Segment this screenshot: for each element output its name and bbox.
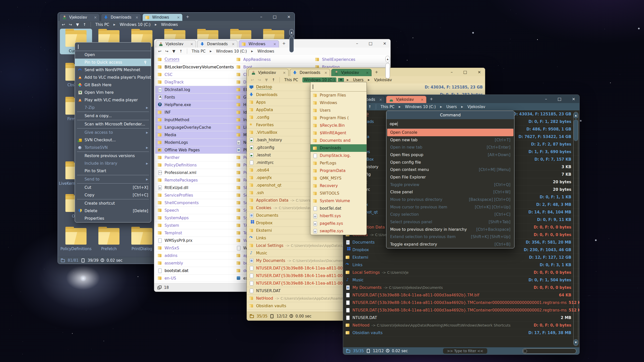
breadcrumb-segment[interactable]: This PC xyxy=(94,22,111,27)
palette-item-move-to-previous-directory-in-hierarchy[interactable]: Move to previous directory in hierarchy[… xyxy=(387,226,513,233)
maximize-button[interactable]: □ xyxy=(463,70,467,74)
scroll-up-button[interactable]: ▲ xyxy=(385,56,390,62)
palette-item-extend-selection-to-previous-item[interactable]: Extend selection to previous item[Shift+… xyxy=(387,233,513,241)
file-row[interactable]: Fonts xyxy=(155,94,234,101)
menu-item-scan-with-microsoft-defender-[interactable]: Scan with Microsoft Defender... xyxy=(75,120,151,128)
file-row[interactable]: DtcInstall.log xyxy=(155,86,234,94)
up-button[interactable]: ↑ xyxy=(367,105,373,109)
back-button[interactable]: ↩ xyxy=(249,78,255,82)
file-row[interactable]: EksterniD: 12, F: 127, 12 GB xyxy=(343,254,579,261)
back-button[interactable]: ↩ xyxy=(157,49,163,54)
file-row[interactable]: RtlExUpd.dll xyxy=(155,184,234,192)
file-row[interactable]: LanguageOverlayCache xyxy=(155,124,234,131)
file-row[interactable]: TempInst xyxy=(155,229,234,237)
file-row[interactable]: System Volume xyxy=(310,197,367,205)
file-row[interactable]: assembly xyxy=(155,259,234,267)
file-row[interactable]: Local Settings-> C:\Users\VjeD: 0, F: 0,… xyxy=(343,269,579,276)
tab-downloads[interactable]: Downloads× xyxy=(101,14,141,21)
palette-item-copy-selection[interactable]: Copy selection[Ctrl+C] xyxy=(387,211,513,218)
close-button[interactable]: × xyxy=(383,41,386,46)
forward-button[interactable]: ↪ xyxy=(164,49,170,54)
minimize-button[interactable]: – xyxy=(451,70,453,74)
file-row[interactable]: Professional.xml xyxy=(155,169,234,176)
menu-item-play-with-vlc-media-player[interactable]: Play with VLC media player xyxy=(75,96,151,104)
breadcrumb-segment[interactable]: Windows 10 (C:) xyxy=(404,104,437,109)
menu-item-copy[interactable]: Copy[Ctrl+C] xyxy=(75,191,151,199)
tab-vjekoslav[interactable]: Vjekoslav× xyxy=(248,69,289,76)
file-row[interactable]: ServiceProfiles xyxy=(155,192,234,199)
file-row[interactable]: BitLockerDiscoveryVolumeContents xyxy=(155,63,234,71)
menu-item-send-a-copy-[interactable]: Send a copy... xyxy=(75,112,151,120)
tab-close-icon[interactable]: × xyxy=(379,98,382,102)
file-row[interactable]: LinksD: 0, F: 3, 1 KB xyxy=(343,261,579,269)
file-row[interactable]: Users xyxy=(310,107,367,114)
breadcrumb-segment[interactable]: Users xyxy=(445,104,458,109)
file-row[interactable]: Program Files ( xyxy=(310,114,367,122)
palette-item-select-previous-panel[interactable]: Select previous panel[Shift+Tab] xyxy=(387,218,513,226)
file-row[interactable]: bootTel.dat xyxy=(310,205,367,212)
scroll-thumb[interactable] xyxy=(289,36,294,53)
file-row[interactable]: addins xyxy=(155,252,234,259)
menu-item-svn-checkout-[interactable]: SVN Checkout... xyxy=(75,136,151,144)
minimize-button[interactable]: – xyxy=(260,14,262,19)
grid-item-policydefinitions[interactable]: PolicyDefinitions xyxy=(60,227,92,252)
grid-item-printdialog[interactable]: PrintDialog xyxy=(126,227,158,252)
menu-item-create-shortcut[interactable]: Create shortcut xyxy=(75,200,151,207)
up-button[interactable]: ↑ xyxy=(82,22,88,27)
file-row[interactable]: InputMethod xyxy=(155,116,234,124)
grid-item-prefetch[interactable]: Prefetch xyxy=(93,227,125,252)
file-row[interactable]: hiberfil.sys xyxy=(310,212,367,220)
palette-item-move-cursor-to-previous-item[interactable]: Move cursor to previous item[Ctrl+K] [Ct… xyxy=(387,203,513,211)
menu-item-open-vim-here[interactable]: Open Vim here xyxy=(75,89,151,96)
new-tab-button[interactable]: + xyxy=(375,70,378,74)
tab-windows[interactable]: Windows× xyxy=(142,14,183,21)
menu-item-send-to[interactable]: Send to▶ xyxy=(75,175,151,183)
file-row[interactable]: SystemApps xyxy=(155,214,234,222)
menu-item-pin-to-quick-access[interactable]: Pin to Quick access xyxy=(75,59,151,66)
file-row[interactable]: WMSysPr9.prx xyxy=(155,237,234,244)
tab-windows[interactable]: Windows× xyxy=(239,40,279,48)
maximize-button[interactable]: □ xyxy=(273,14,276,19)
new-tab-button[interactable]: + xyxy=(186,14,189,19)
maximize-button[interactable]: □ xyxy=(369,41,372,46)
back-button[interactable]: ↩ xyxy=(60,22,66,27)
tab-downloads[interactable]: Downloads× xyxy=(197,40,237,48)
breadcrumb-dropdown-button[interactable]: ▼ xyxy=(338,78,344,82)
forward-button[interactable]: ↪ xyxy=(67,22,73,27)
breadcrumb-segment[interactable]: Vjekoslav xyxy=(373,77,393,82)
file-row[interactable]: Speech xyxy=(155,207,234,214)
file-row[interactable]: Program Files xyxy=(310,92,367,99)
palette-item-toggle-expand-directory[interactable]: Toggle expand directory[Ctrl+B] xyxy=(387,241,513,248)
breadcrumb-segment[interactable]: This PC xyxy=(190,49,207,54)
tab-close-icon[interactable]: × xyxy=(232,42,235,46)
close-button[interactable]: × xyxy=(478,70,481,74)
breadcrumb-segment[interactable]: Windows 10 (C:) xyxy=(118,22,152,27)
tab-downloads[interactable]: Downloads× xyxy=(290,69,330,76)
file-row[interactable]: en-US xyxy=(155,275,234,282)
file-row[interactable]: PolicyDefinitions xyxy=(155,161,234,169)
tab-vjekoslav[interactable]: Vjekoslav× xyxy=(331,69,372,76)
file-row[interactable]: System xyxy=(155,222,234,229)
file-row[interactable]: NTUSER.DAT{53b39e88-18c4-11ea-a811-000d3… xyxy=(343,299,579,306)
history-button[interactable]: ▼ xyxy=(171,49,177,54)
scroll-up-button[interactable]: ▲ xyxy=(574,112,578,119)
type-to-filter-hint[interactable]: >> Type to filter << xyxy=(443,348,487,354)
tab-vjekoslav[interactable]: Vjekoslav× xyxy=(156,40,196,48)
scroll-thumb[interactable] xyxy=(385,63,390,79)
history-button[interactable]: ▼ xyxy=(74,22,80,27)
palette-item-move-to-previous-directory[interactable]: Move to previous directory[Backspace] [C… xyxy=(387,196,513,203)
scroll-down-button[interactable]: ▼ xyxy=(574,339,578,346)
file-row[interactable]: MusicD: 0, F: 1, 504 bytes xyxy=(343,276,579,284)
breadcrumb-segment[interactable]: Users xyxy=(351,77,365,82)
menu-item-pin-to-start[interactable]: Pin to Start xyxy=(75,167,151,175)
file-row[interactable]: NTUSER.DAT{53b39e88-18c4-11ea-a811-000d3… xyxy=(343,291,579,299)
menu-item-git-bash-here[interactable]: Git Bash Here xyxy=(75,81,151,89)
menu-item-send-with-nordvpn-meshnet[interactable]: Send with NordVPN Meshnet xyxy=(75,66,151,74)
file-row[interactable]: ShellComponents xyxy=(155,199,234,207)
scroll-thumb[interactable] xyxy=(574,119,578,141)
tab-vjekoslav[interactable]: Vjekoslav× xyxy=(386,96,426,103)
close-button[interactable]: × xyxy=(287,14,291,19)
file-row[interactable]: HelpPane.exe xyxy=(155,101,234,109)
tab-close-icon[interactable]: × xyxy=(135,15,138,19)
file-row[interactable]: QMK_MSYS xyxy=(310,174,367,182)
